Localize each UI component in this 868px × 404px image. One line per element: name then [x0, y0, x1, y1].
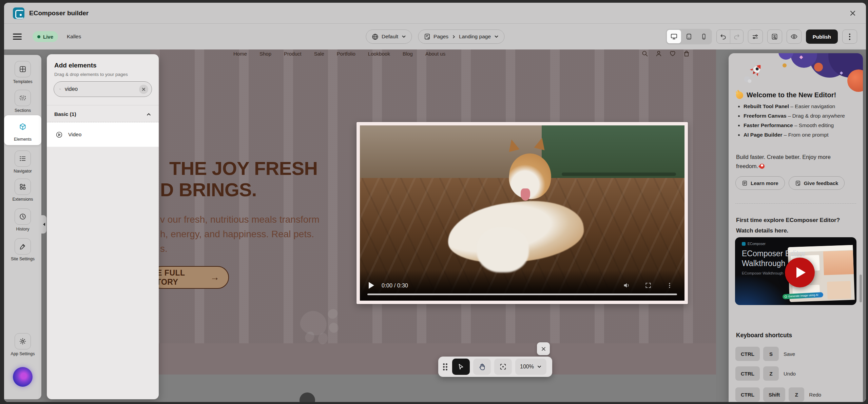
- more-options-button[interactable]: [842, 29, 857, 44]
- full-story-label: HE FULL STORY: [151, 268, 204, 287]
- gear-icon: [19, 338, 26, 345]
- feature-list: Rebuilt Tool Panel – Easier navigation F…: [736, 102, 851, 140]
- nav-shop[interactable]: Shop: [259, 51, 271, 57]
- brush-icon: [19, 243, 26, 250]
- nav-portfolio[interactable]: Portfolio: [337, 51, 355, 57]
- shortcut-undo: CTRL Z Undo: [735, 366, 796, 381]
- sidebar-label: Navigator: [14, 169, 32, 174]
- page-band: [150, 343, 716, 375]
- shortcut-action: Redo: [809, 392, 821, 398]
- element-item-video[interactable]: Video: [47, 122, 159, 147]
- hero-body-line1[interactable]: v our fresh, nutritious meals transform: [160, 214, 320, 225]
- undo-button[interactable]: [717, 30, 730, 43]
- sidebar-item-templates[interactable]: Templates: [4, 61, 41, 84]
- sidebar-item-app-settings[interactable]: App Settings: [4, 333, 41, 356]
- panel-scrollbar[interactable]: [860, 275, 862, 302]
- site-page-preview[interactable]: f X in Home Shop Product Sale Portfolio …: [150, 49, 716, 402]
- mute-button[interactable]: [623, 282, 630, 289]
- hero-heading-line1[interactable]: THE JOY FRESH: [169, 157, 317, 179]
- tablet-view-button[interactable]: [682, 30, 696, 43]
- doc-icon: [742, 180, 748, 186]
- theme-name: Kalles: [67, 34, 81, 40]
- give-feedback-button[interactable]: Give feedback: [789, 176, 845, 190]
- basic-group-header[interactable]: Basic (1): [54, 109, 151, 119]
- chevron-right-icon: [451, 35, 456, 39]
- nav-about-us[interactable]: About us: [425, 51, 445, 57]
- sidebar-item-history[interactable]: History: [4, 208, 41, 231]
- wishlist-heart-icon[interactable]: [669, 50, 676, 57]
- sidebar-item-site-settings[interactable]: Site Settings: [4, 238, 41, 261]
- select-tool-button[interactable]: [452, 359, 470, 375]
- editor-settings-button[interactable]: [748, 29, 763, 44]
- nav-blog[interactable]: Blog: [403, 51, 413, 57]
- preview-button[interactable]: [787, 29, 802, 44]
- nav-product[interactable]: Product: [284, 51, 302, 57]
- page-selector[interactable]: Pages Landing page: [418, 29, 504, 44]
- sidebar-item-navigator[interactable]: Navigator: [4, 150, 41, 174]
- sidebar-item-elements-active[interactable]: Elements: [4, 115, 41, 145]
- sidebar-collapse-tab[interactable]: [41, 215, 46, 234]
- full-story-button[interactable]: HE FULL STORY →: [150, 266, 229, 289]
- sidebar-label: Elements: [14, 137, 32, 142]
- page-icon: [424, 33, 430, 40]
- publish-button[interactable]: Publish: [806, 29, 838, 44]
- learn-more-button[interactable]: Learn more: [735, 176, 785, 190]
- ecomposer-logo-icon: [742, 242, 746, 246]
- zoom-to-fit-button[interactable]: [494, 359, 512, 375]
- video-more-button[interactable]: [666, 282, 673, 289]
- hero-heading-line2[interactable]: D BRINGS.: [160, 179, 257, 201]
- canvas-toolbar: 100%: [438, 357, 552, 377]
- video-progress-bar[interactable]: [367, 294, 677, 295]
- desktop-view-button[interactable]: [667, 30, 681, 43]
- play-button[interactable]: [369, 282, 374, 289]
- hand-icon: [478, 363, 486, 370]
- assistant-orb-button[interactable]: [13, 367, 33, 387]
- mobile-view-button[interactable]: [697, 30, 711, 43]
- chevron-up-icon: [146, 112, 151, 117]
- drag-handle-icon[interactable]: [443, 363, 447, 370]
- thumb-subtitle: EComposer Walkthrough: [742, 271, 783, 275]
- menu-button[interactable]: [13, 34, 22, 40]
- sections-icon: [19, 94, 26, 102]
- fullscreen-button[interactable]: [645, 282, 652, 289]
- extensions-icon: [19, 183, 26, 190]
- pan-tool-button[interactable]: [473, 359, 491, 375]
- hero-body-line2[interactable]: h, energy, and happiness. Real pets.: [160, 229, 314, 240]
- nav-sale[interactable]: Sale: [314, 51, 324, 57]
- account-icon[interactable]: [655, 50, 662, 57]
- zoom-level-dropdown[interactable]: 100%: [515, 359, 546, 375]
- sidebar-item-extensions[interactable]: Extensions: [4, 179, 41, 202]
- feature-item: Faster Performance – Smooth editing: [744, 121, 851, 130]
- sliders-icon: [752, 33, 759, 40]
- nav-lookbook[interactable]: Lookbook: [368, 51, 390, 57]
- locale-selector[interactable]: Default: [366, 29, 412, 44]
- welcome-illustration: [729, 53, 863, 91]
- walkthrough-play-button[interactable]: [785, 258, 815, 287]
- globe-icon: [371, 33, 379, 40]
- hero-body-line3[interactable]: s.: [160, 243, 168, 254]
- video-element[interactable]: 0:00 / 0:30: [356, 122, 688, 304]
- close-icon: [541, 346, 546, 351]
- clear-search-button[interactable]: [139, 85, 148, 94]
- feature-item: Freeform Canvas – Drag & drop anywhere: [744, 111, 851, 121]
- page-audit-button[interactable]: [767, 29, 782, 44]
- live-dot-icon: [37, 35, 40, 38]
- redo-button[interactable]: [730, 30, 743, 43]
- element-search-input[interactable]: [64, 86, 136, 93]
- sidebar-item-elements[interactable]: Elements: [4, 119, 41, 142]
- walkthrough-video-thumbnail[interactable]: EComposer EComposer Editor Walkthrough E…: [735, 237, 856, 305]
- app-header: EComposer builder: [4, 3, 866, 24]
- welcome-actions: Learn more Give feedback: [735, 176, 845, 190]
- video-controls: 0:00 / 0:30: [360, 280, 684, 290]
- rocket-icon: [758, 163, 766, 170]
- search-icon[interactable]: [641, 50, 648, 57]
- live-label: Live: [43, 34, 53, 40]
- cart-bag-icon[interactable]: [683, 50, 690, 57]
- search-icon: [59, 86, 61, 92]
- chevron-down-icon: [401, 34, 406, 39]
- canvas-toolbar-close-button[interactable]: [537, 342, 550, 355]
- sidebar-item-sections[interactable]: Sections: [4, 90, 41, 113]
- close-builder-button[interactable]: [848, 8, 858, 18]
- nav-home[interactable]: Home: [233, 51, 247, 57]
- left-sidebar: Templates Sections Elements Navigator Ex…: [4, 55, 41, 399]
